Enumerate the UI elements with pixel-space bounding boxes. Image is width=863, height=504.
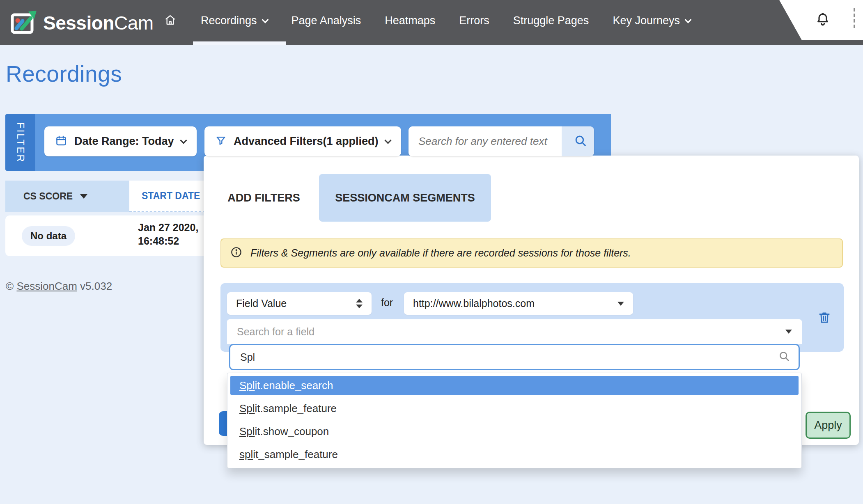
brand-name: SessionCam xyxy=(43,12,154,34)
text-search-box xyxy=(409,126,594,156)
dropdown-arrow-icon xyxy=(617,302,624,306)
start-date-cell: Jan 27 2020, 16:48:52 xyxy=(138,221,198,248)
nav-item-struggle-pages[interactable]: Struggle Pages xyxy=(513,14,589,27)
nav-item-errors[interactable]: Errors xyxy=(459,14,489,27)
table-row[interactable]: No data Jan 27 2020, 16:48:52 xyxy=(5,215,209,256)
notifications-bell-icon[interactable] xyxy=(815,11,831,28)
search-icon xyxy=(778,350,790,364)
advanced-filters-label: Advanced Filters(1 applied) xyxy=(234,135,379,148)
search-button[interactable] xyxy=(562,126,594,156)
tab-sessioncam-segments[interactable]: SESSIONCAM SEGMENTS xyxy=(319,174,491,222)
date-range-label: Date Range: Today xyxy=(74,135,174,148)
field-type-select[interactable]: Field Value xyxy=(227,292,372,315)
field-query-box xyxy=(229,344,800,370)
field-query-input[interactable] xyxy=(230,345,778,369)
suggestion-item[interactable]: Split.enable_search xyxy=(230,376,799,395)
main-nav: Recordings Page Analysis Heatmaps Errors… xyxy=(163,0,691,41)
nav-item-key-journeys[interactable]: Key Journeys xyxy=(613,14,691,27)
top-nav: SessionCam Recordings Page Analysis Heat… xyxy=(0,0,863,45)
suggestion-item[interactable]: Split.show_coupon xyxy=(230,422,799,441)
chevron-down-icon xyxy=(684,16,691,23)
sessioncam-link[interactable]: SessionCam xyxy=(16,280,77,292)
for-label: for xyxy=(381,297,393,309)
active-tab-indicator xyxy=(193,41,286,45)
delete-filter-button[interactable] xyxy=(817,310,832,325)
column-header-cs-score[interactable]: CS SCORE xyxy=(5,181,129,212)
nav-item-page-analysis[interactable]: Page Analysis xyxy=(291,14,361,27)
brand-logo[interactable]: SessionCam xyxy=(10,10,154,36)
info-banner: Filters & Segments are only available if… xyxy=(220,238,843,268)
overflow-menu-icon[interactable] xyxy=(854,8,855,28)
select-arrows-icon xyxy=(356,299,363,308)
chevron-down-icon xyxy=(262,16,269,23)
recordings-page: Recordings FILTER Date Range: Today Adva… xyxy=(0,0,863,504)
tab-add-filters[interactable]: ADD FILTERS xyxy=(222,174,306,222)
funnel-icon xyxy=(215,135,227,148)
site-select[interactable]: http://www.bilalphotos.com xyxy=(404,292,633,315)
search-icon xyxy=(574,134,588,149)
chevron-down-icon xyxy=(180,137,187,144)
field-search-select[interactable]: Search for a field xyxy=(227,319,802,344)
sessioncam-logo-icon xyxy=(10,10,37,36)
field-search-placeholder: Search for a field xyxy=(237,326,314,338)
nav-item-heatmaps[interactable]: Heatmaps xyxy=(385,14,435,27)
filter-vertical-tab[interactable]: FILTER xyxy=(5,114,35,171)
date-range-button[interactable]: Date Range: Today xyxy=(44,126,197,156)
info-banner-text: Filters & Segments are only available if… xyxy=(250,247,631,259)
nav-item-recordings[interactable]: Recordings xyxy=(201,14,268,27)
chevron-down-icon xyxy=(384,137,391,144)
column-header-start-date[interactable]: START DATE xyxy=(129,181,209,212)
footer-version: © SessionCam v5.032 xyxy=(6,280,112,293)
page-title: Recordings xyxy=(6,61,122,87)
dropdown-arrow-icon xyxy=(785,330,792,334)
calendar-icon xyxy=(55,135,67,149)
cs-score-badge: No data xyxy=(22,226,75,246)
suggestion-item[interactable]: split_sample_feature xyxy=(230,445,799,464)
search-input[interactable] xyxy=(409,126,562,156)
advanced-filters-panel: ADD FILTERS SESSIONCAM SEGMENTS Filters … xyxy=(204,156,859,445)
suggestion-item[interactable]: Split.sample_feature xyxy=(230,399,799,418)
apply-button[interactable]: Apply xyxy=(806,412,851,439)
field-suggestion-list: Split.enable_search Split.sample_feature… xyxy=(227,373,802,468)
sort-desc-icon xyxy=(80,194,87,199)
advanced-filters-button[interactable]: Advanced Filters(1 applied) xyxy=(204,126,401,156)
filter-vertical-label: FILTER xyxy=(15,122,26,163)
info-icon xyxy=(230,246,242,260)
home-icon[interactable] xyxy=(163,13,177,28)
